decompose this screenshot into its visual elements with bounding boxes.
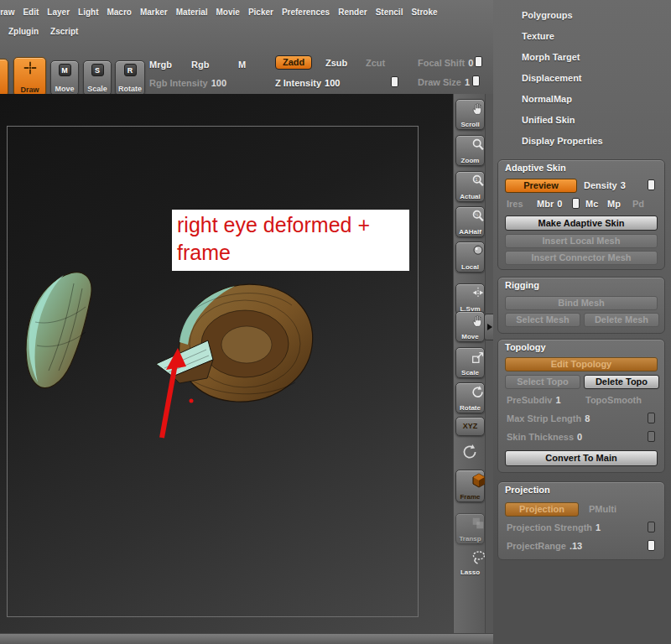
edit-topology-button[interactable]: Edit Topology	[505, 357, 658, 371]
local-pivot-button[interactable]: Local	[455, 242, 485, 273]
pmulti-toggle[interactable]: PMulti	[589, 504, 616, 514]
move-gyro-label: Move	[55, 85, 74, 93]
density-slider[interactable]: Density3	[584, 180, 626, 190]
make-adaptive-skin-button[interactable]: Make Adaptive Skin	[505, 216, 658, 231]
menu-item-zplugin[interactable]: Zplugin	[8, 27, 39, 36]
skin-thickness-handle[interactable]	[648, 431, 655, 442]
projection-button[interactable]: Projection	[505, 502, 579, 517]
rotate-canvas-button[interactable]: Rotate	[455, 382, 485, 413]
z-intensity-slider[interactable]: Z Intensity100	[275, 78, 340, 88]
panel-item-unified-skin[interactable]: Unified Skin	[493, 110, 671, 131]
preview-button[interactable]: Preview	[505, 179, 577, 193]
scale-canvas-button[interactable]: Scale	[455, 347, 485, 378]
menu-item-stencil[interactable]: Stencil	[376, 8, 403, 17]
ires-button[interactable]: Ires	[507, 199, 523, 209]
select-topo-button[interactable]: Select Topo	[505, 375, 580, 389]
scale-gyro-button[interactable]: S Scale	[83, 60, 112, 95]
z-intensity-handle[interactable]	[391, 76, 398, 87]
insert-connector-mesh-button[interactable]: Insert Connector Mesh	[505, 251, 658, 265]
panel-item-normalmap[interactable]: NormalMap	[493, 89, 671, 110]
pd-toggle[interactable]: Pd	[632, 199, 644, 209]
projection-strength-handle[interactable]	[648, 522, 655, 532]
mbr-handle[interactable]	[572, 198, 580, 209]
frame-button[interactable]: Frame	[455, 470, 485, 502]
topology-title[interactable]: Topology	[505, 342, 546, 352]
xyz-button[interactable]: XYZ	[455, 417, 485, 436]
projectrange-slider[interactable]: ProjectRange.13	[507, 541, 582, 551]
m-toggle[interactable]: M	[238, 60, 246, 70]
menu-item-stroke[interactable]: Stroke	[411, 8, 437, 17]
adaptive-skin-title[interactable]: Adaptive Skin	[505, 163, 566, 173]
rotate-gyro-label: Rotate	[118, 85, 142, 93]
draw-mode-label: Draw	[20, 86, 39, 94]
menu-item-picker[interactable]: Picker	[248, 8, 273, 17]
topology-section: Topology Edit Topology Select Topo Delet…	[497, 339, 665, 473]
presubdiv-slider[interactable]: PreSubdiv1	[507, 395, 561, 405]
projection-strength-slider[interactable]: Projection Strength1	[507, 522, 601, 532]
draw-size-slider[interactable]: Draw Size1	[418, 77, 470, 87]
select-mesh-button[interactable]: Select Mesh	[505, 313, 580, 327]
transp-button[interactable]: Transp	[455, 513, 485, 544]
menu-item-marker[interactable]: Marker	[140, 8, 168, 17]
panel-item-display-properties[interactable]: Display Properties	[493, 131, 671, 152]
move-canvas-button[interactable]: Move	[455, 311, 485, 342]
density-handle[interactable]	[648, 179, 655, 190]
menu-item-edit[interactable]: Edit	[23, 8, 39, 17]
max-strip-handle[interactable]	[648, 413, 655, 423]
mrgb-toggle[interactable]: Mrgb	[149, 60, 172, 70]
panel-item-morph-target[interactable]: Morph Target	[493, 47, 671, 68]
document-canvas[interactable]: right eye deformed + frame	[0, 94, 453, 633]
actual-size-button[interactable]: 1 Actual	[455, 171, 485, 202]
draw-size-handle[interactable]	[472, 75, 480, 86]
delete-topo-button[interactable]: Delete Topo	[584, 375, 659, 389]
mbr-slider[interactable]: Mbr0	[537, 199, 562, 209]
zcut-toggle[interactable]: Zcut	[366, 58, 385, 68]
menu-item-material[interactable]: Material	[176, 8, 208, 17]
rgb-intensity-slider[interactable]: Rgb Intensity100	[149, 78, 226, 88]
menu-item-draw[interactable]: Draw	[0, 8, 14, 17]
delete-mesh-button[interactable]: Delete Mesh	[584, 313, 659, 327]
rotate-gyro-button[interactable]: R Rotate	[115, 60, 145, 95]
aahalf-label: AAHalf	[459, 228, 481, 236]
menu-item-preferences[interactable]: Preferences	[282, 8, 330, 17]
menu-item-layer[interactable]: Layer	[47, 8, 70, 17]
panel-item-displacement[interactable]: Displacement	[493, 68, 671, 89]
menu-item-movie[interactable]: Movie	[216, 8, 240, 17]
zoom-tool-button[interactable]: Zoom	[455, 135, 485, 166]
frame-label: Frame	[460, 493, 480, 501]
projectrange-handle[interactable]	[648, 540, 655, 551]
menu-item-render[interactable]: Render	[338, 8, 367, 17]
max-strip-length-slider[interactable]: Max Strip Length8	[507, 413, 590, 423]
move-badge-icon: M	[59, 64, 71, 76]
zadd-button[interactable]: Zadd	[275, 55, 312, 70]
mc-toggle[interactable]: Mc	[585, 199, 598, 209]
panel-item-polygroups[interactable]: Polygroups	[493, 5, 671, 26]
lsym-button[interactable]: L.Sym	[455, 283, 485, 314]
rgb-toggle[interactable]: Rgb	[191, 60, 209, 70]
menu-item-zscript[interactable]: Zscript	[50, 27, 78, 36]
lasso-button[interactable]: Lasso	[455, 547, 485, 578]
aahalf-button[interactable]: ½ AAHalf	[455, 206, 485, 237]
spin-icon[interactable]	[460, 443, 479, 465]
menu-item-macro[interactable]: Macro	[107, 8, 131, 17]
scale-badge-icon: S	[91, 64, 104, 76]
draw-mode-button[interactable]: Draw	[13, 57, 46, 95]
menu-item-light[interactable]: Light	[78, 8, 98, 17]
panel-item-texture[interactable]: Texture	[493, 26, 671, 47]
lasso-label: Lasso	[460, 569, 480, 576]
focal-shift-slider[interactable]: Focal Shift0	[418, 58, 473, 68]
projection-title[interactable]: Projection	[505, 485, 550, 495]
toposmooth-toggle[interactable]: TopoSmooth	[585, 395, 642, 405]
horizontal-scrollbar[interactable]	[0, 633, 493, 644]
skin-thickness-slider[interactable]: Skin Thickness0	[507, 432, 582, 442]
clipped-edge-button[interactable]	[0, 59, 8, 95]
zsub-toggle[interactable]: Zsub	[325, 58, 347, 68]
bind-mesh-button[interactable]: Bind Mesh	[505, 296, 658, 310]
focal-shift-handle[interactable]	[475, 56, 482, 67]
mp-toggle[interactable]: Mp	[607, 199, 621, 209]
scroll-tool-button[interactable]: Scroll	[455, 99, 485, 130]
move-gyro-button[interactable]: M Move	[50, 60, 79, 95]
convert-to-main-button[interactable]: Convert To Main	[505, 450, 658, 466]
insert-local-mesh-button[interactable]: Insert Local Mesh	[505, 234, 658, 248]
rigging-title[interactable]: Rigging	[505, 280, 539, 290]
